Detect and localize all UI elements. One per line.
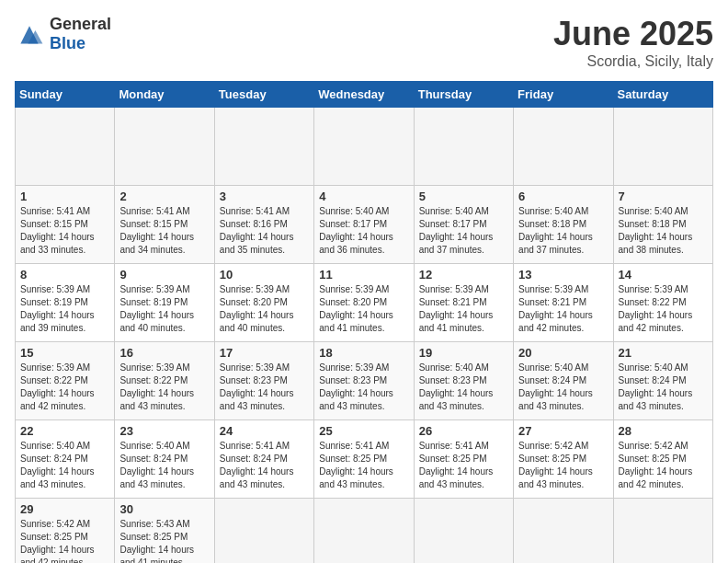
calendar-cell: 20Sunrise: 5:40 AMSunset: 8:24 PMDayligh… [514,342,613,420]
calendar-cell [613,108,712,186]
calendar-cell: 30Sunrise: 5:43 AMSunset: 8:25 PMDayligh… [115,499,214,564]
sunrise-time: Sunrise: 5:39 AM [619,284,688,294]
day-info: Sunrise: 5:39 AMSunset: 8:22 PMDaylight:… [119,362,209,413]
day-number: 3 [220,190,309,203]
calendar-cell: 17Sunrise: 5:39 AMSunset: 8:23 PMDayligh… [214,342,313,420]
day-info: Sunrise: 5:40 AMSunset: 8:24 PMDaylight:… [20,440,109,491]
sunset-time: Sunset: 8:16 PM [220,219,288,229]
calendar-cell: 14Sunrise: 5:39 AMSunset: 8:22 PMDayligh… [613,264,712,342]
sunset-time: Sunset: 8:24 PM [119,454,188,464]
header-day-wednesday: Wednesday [314,82,414,108]
sunrise-time: Sunrise: 5:40 AM [319,206,389,216]
sunset-time: Sunset: 8:23 PM [319,375,387,385]
sunset-time: Sunset: 8:25 PM [419,454,487,464]
sunrise-time: Sunrise: 5:39 AM [319,284,389,294]
sunrise-time: Sunrise: 5:43 AM [119,519,189,529]
day-info: Sunrise: 5:41 AMSunset: 8:25 PMDaylight:… [419,440,508,491]
sunset-time: Sunset: 8:24 PM [20,454,88,464]
day-info: Sunrise: 5:40 AMSunset: 8:17 PMDaylight:… [319,205,408,257]
calendar-cell [115,108,214,186]
day-number: 8 [20,268,109,282]
daylight-label: Daylight: 14 hours and 43 minutes. [419,388,494,411]
day-info: Sunrise: 5:39 AMSunset: 8:19 PMDaylight:… [119,283,209,335]
sunset-time: Sunset: 8:17 PM [319,219,387,229]
header: General Blue June 2025 Scordia, Sicily, … [15,15,713,70]
sunset-time: Sunset: 8:25 PM [518,454,586,464]
day-info: Sunrise: 5:41 AMSunset: 8:25 PMDaylight:… [319,440,408,491]
calendar-cell: 3Sunrise: 5:41 AMSunset: 8:16 PMDaylight… [214,186,313,264]
day-number: 4 [319,190,408,203]
calendar-cell: 21Sunrise: 5:40 AMSunset: 8:24 PMDayligh… [613,342,712,420]
sunset-time: Sunset: 8:15 PM [20,219,88,229]
sunset-time: Sunset: 8:20 PM [220,297,288,307]
header-day-tuesday: Tuesday [214,82,313,108]
day-info: Sunrise: 5:40 AMSunset: 8:24 PMDaylight:… [518,362,608,413]
sunrise-time: Sunrise: 5:42 AM [20,519,90,529]
calendar-cell [514,499,613,564]
sunset-time: Sunset: 8:24 PM [220,454,288,464]
sunrise-time: Sunrise: 5:42 AM [619,441,688,451]
daylight-label: Daylight: 14 hours and 42 minutes. [20,388,95,411]
daylight-label: Daylight: 14 hours and 42 minutes. [20,545,95,563]
day-info: Sunrise: 5:39 AMSunset: 8:21 PMDaylight:… [518,283,608,335]
week-row-6: 29Sunrise: 5:42 AMSunset: 8:25 PMDayligh… [16,499,713,564]
calendar-cell: 28Sunrise: 5:42 AMSunset: 8:25 PMDayligh… [613,420,712,499]
day-number: 11 [319,268,408,282]
calendar-cell [314,499,414,564]
daylight-label: Daylight: 14 hours and 43 minutes. [319,466,393,489]
sunrise-time: Sunrise: 5:40 AM [619,362,688,373]
sunset-time: Sunset: 8:21 PM [419,297,487,307]
logo-general: General [50,15,111,33]
calendar-cell: 7Sunrise: 5:40 AMSunset: 8:18 PMDaylight… [613,186,712,264]
day-number: 20 [518,346,608,360]
sunset-time: Sunset: 8:25 PM [119,532,188,542]
header-day-thursday: Thursday [414,82,513,108]
daylight-label: Daylight: 14 hours and 43 minutes. [119,388,194,411]
day-info: Sunrise: 5:39 AMSunset: 8:22 PMDaylight:… [20,362,109,413]
sunrise-time: Sunrise: 5:39 AM [518,284,588,294]
sunrise-time: Sunrise: 5:40 AM [619,206,688,216]
day-info: Sunrise: 5:39 AMSunset: 8:22 PMDaylight:… [619,283,708,335]
sunset-time: Sunset: 8:22 PM [20,375,88,385]
calendar-cell: 29Sunrise: 5:42 AMSunset: 8:25 PMDayligh… [16,499,115,564]
daylight-label: Daylight: 14 hours and 43 minutes. [419,466,494,489]
calendar-cell: 24Sunrise: 5:41 AMSunset: 8:24 PMDayligh… [214,420,313,499]
calendar-cell: 13Sunrise: 5:39 AMSunset: 8:21 PMDayligh… [514,264,613,342]
sunset-time: Sunset: 8:19 PM [119,297,188,307]
daylight-label: Daylight: 14 hours and 43 minutes. [220,388,294,411]
sunrise-time: Sunrise: 5:39 AM [319,362,389,373]
day-number: 23 [119,424,209,438]
sunrise-time: Sunrise: 5:41 AM [20,206,90,216]
calendar-cell [414,108,513,186]
sunset-time: Sunset: 8:25 PM [319,454,387,464]
daylight-label: Daylight: 14 hours and 35 minutes. [220,232,294,255]
sunrise-time: Sunrise: 5:41 AM [220,206,290,216]
daylight-label: Daylight: 14 hours and 37 minutes. [419,232,494,255]
day-number: 22 [20,424,109,438]
daylight-label: Daylight: 14 hours and 42 minutes. [619,466,693,489]
calendar-cell [414,499,513,564]
week-row-1 [16,108,713,186]
day-number: 7 [619,190,708,203]
day-info: Sunrise: 5:39 AMSunset: 8:19 PMDaylight:… [20,283,109,335]
day-info: Sunrise: 5:41 AMSunset: 8:24 PMDaylight:… [220,440,309,491]
sunrise-time: Sunrise: 5:39 AM [20,284,90,294]
sunrise-time: Sunrise: 5:39 AM [119,362,189,373]
header-day-saturday: Saturday [613,82,712,108]
day-number: 19 [419,346,508,360]
sunrise-time: Sunrise: 5:40 AM [419,206,489,216]
sunset-time: Sunset: 8:25 PM [20,532,88,542]
logo-text: General Blue [50,15,111,53]
sunrise-time: Sunrise: 5:41 AM [319,441,389,451]
day-info: Sunrise: 5:40 AMSunset: 8:18 PMDaylight:… [518,205,608,257]
day-number: 30 [119,502,209,516]
day-number: 6 [518,190,608,203]
day-number: 15 [20,346,109,360]
day-info: Sunrise: 5:40 AMSunset: 8:24 PMDaylight:… [119,440,209,491]
calendar-cell: 19Sunrise: 5:40 AMSunset: 8:23 PMDayligh… [414,342,513,420]
day-number: 12 [419,268,508,282]
daylight-label: Daylight: 14 hours and 37 minutes. [518,232,593,255]
day-info: Sunrise: 5:40 AMSunset: 8:24 PMDaylight:… [619,362,708,413]
day-info: Sunrise: 5:39 AMSunset: 8:23 PMDaylight:… [319,362,408,413]
calendar-cell: 10Sunrise: 5:39 AMSunset: 8:20 PMDayligh… [214,264,313,342]
